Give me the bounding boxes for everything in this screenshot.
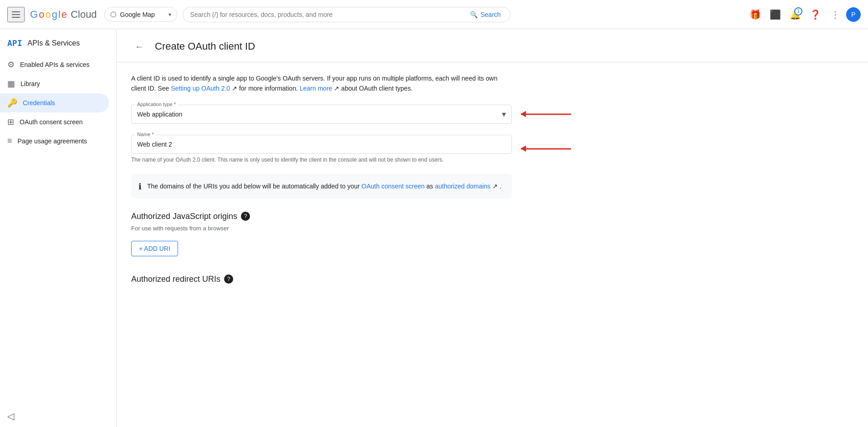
js-origins-section: Authorized JavaScript origins ? For use … [131,212,512,256]
sidebar: API APIs & Services ⚙ Enabled APIs & ser… [0,29,117,427]
sidebar-item-library-label: Library [20,80,40,87]
menu-button[interactable] [7,7,25,22]
more-options-button[interactable]: ⋮ [826,5,844,24]
nav-icons: 🎁 ⬛ 🔔 1 ❓ ⋮ P [746,5,861,24]
redirect-uris-title: Authorized redirect URIs ? [131,274,512,284]
notification-badge: 1 [794,7,802,15]
back-arrow-icon: ← [135,41,144,52]
js-origins-help-icon[interactable]: ? [241,212,250,221]
library-icon: ▦ [7,79,15,89]
redirect-uris-section: Authorized redirect URIs ? [131,274,512,284]
name-input[interactable] [137,139,506,150]
project-selector[interactable]: ⬡ Google Map ▾ [104,7,177,22]
description-text: A client ID is used to identify a single… [131,73,512,94]
sidebar-item-oauth-consent[interactable]: ⊞ OAuth consent screen [0,112,109,132]
name-label: Name * [135,132,156,137]
gift-button[interactable]: 🎁 [746,5,764,24]
app-body: API APIs & Services ⚙ Enabled APIs & ser… [0,29,868,427]
main-content: ← Create OAuth client ID A client ID is … [117,29,868,427]
oauth-consent-screen-link[interactable]: OAuth consent screen [362,183,425,190]
project-icon: ⬡ [110,10,117,19]
sidebar-item-page-usage-label: Page usage agreements [18,137,87,145]
sidebar-collapse-button[interactable]: ◁ [0,405,116,427]
sidebar-item-library[interactable]: ▦ Library [0,74,109,93]
oauth-consent-icon: ⊞ [7,117,14,127]
top-navigation: Google Cloud ⬡ Google Map ▾ 🔍 Search 🎁 ⬛… [0,0,868,29]
setting-up-oauth-link[interactable]: Setting up OAuth 2.0 [171,85,230,92]
sidebar-item-credentials[interactable]: 🔑 Credentials [0,93,109,112]
back-button[interactable]: ← [131,38,148,55]
application-type-label: Application type * [135,102,178,107]
sidebar-item-enabled-apis-label: Enabled APIs & services [20,61,90,68]
name-field-wrapper: Name * [131,135,512,154]
sidebar-title: APIs & Services [28,39,80,47]
search-input[interactable] [190,11,465,18]
sidebar-item-page-usage[interactable]: ≡ Page usage agreements [0,132,109,150]
info-circle-icon: ℹ [138,182,142,192]
google-cloud-logo: Google Cloud [30,9,97,20]
project-name: Google Map [120,11,165,18]
page-header: ← Create OAuth client ID [117,29,868,62]
avatar[interactable]: P [846,7,861,22]
search-bar: 🔍 Search [183,7,511,22]
application-type-wrapper: Application type * Web application ▾ [131,105,512,124]
search-icon: 🔍 [470,11,478,18]
name-hint: The name of your OAuth 2.0 client. This … [131,157,512,163]
add-uri-button[interactable]: + ADD URI [131,241,178,256]
chevron-down-icon: ▾ [168,11,171,18]
enabled-apis-icon: ⚙ [7,60,15,70]
application-type-field: Application type * Web application ▾ [131,105,512,124]
page-title: Create OAuth client ID [155,41,255,52]
sidebar-nav: ⚙ Enabled APIs & services ▦ Library 🔑 Cr… [0,55,116,405]
help-button[interactable]: ❓ [806,5,824,24]
red-arrow-1 [521,113,571,115]
form-area: A client ID is used to identify a single… [117,62,526,299]
sidebar-item-enabled-apis[interactable]: ⚙ Enabled APIs & services [0,55,109,74]
info-text: The domains of the URIs you add below wi… [147,181,501,191]
js-origins-title: Authorized JavaScript origins ? [131,212,512,221]
search-button[interactable]: 🔍 Search [468,11,502,18]
credentials-icon: 🔑 [7,98,17,108]
sidebar-item-oauth-consent-label: OAuth consent screen [20,118,83,126]
learn-more-link[interactable]: Learn more [300,85,332,92]
redirect-uris-help-icon[interactable]: ? [224,274,233,284]
red-arrow-2 [521,148,571,149]
collapse-icon: ◁ [7,411,14,422]
js-origins-subtitle: For use with requests from a browser [131,225,512,232]
sidebar-header: API APIs & Services [0,33,116,55]
notifications-button[interactable]: 🔔 1 [786,5,804,24]
application-type-select[interactable]: Web application [137,109,506,120]
sidebar-item-credentials-label: Credentials [23,99,55,107]
page-usage-icon: ≡ [7,136,12,146]
api-icon: API [7,38,22,48]
authorized-domains-link[interactable]: authorized domains [435,183,490,190]
terminal-button[interactable]: ⬛ [766,5,784,24]
name-field: Name * The name of your OAuth 2.0 client… [131,135,512,163]
info-box: ℹ The domains of the URIs you add below … [131,174,512,199]
